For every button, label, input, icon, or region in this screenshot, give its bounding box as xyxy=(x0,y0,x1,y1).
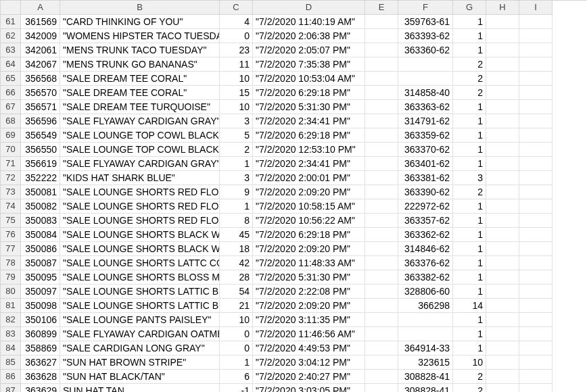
row-header-85[interactable]: 85 xyxy=(1,356,21,370)
cell-C66[interactable]: 15 xyxy=(220,86,253,100)
cell-G75[interactable]: 1 xyxy=(453,214,486,228)
cell-C84[interactable]: 0 xyxy=(220,341,253,356)
cell-A84[interactable]: 358869 xyxy=(21,341,60,356)
cell-E84[interactable] xyxy=(365,341,398,356)
cell-I66[interactable] xyxy=(519,86,553,100)
cell-E79[interactable] xyxy=(365,270,398,285)
cell-H77[interactable] xyxy=(486,242,519,256)
cell-A67[interactable]: 356571 xyxy=(21,100,60,114)
cell-B68[interactable]: "SALE FLYAWAY CARDIGAN GRAY" xyxy=(60,114,220,128)
cell-A86[interactable]: 363628 xyxy=(21,370,60,384)
col-header-D[interactable]: D xyxy=(253,1,365,15)
cell-F85[interactable]: 323615 xyxy=(398,356,453,370)
row-header-86[interactable]: 86 xyxy=(1,370,21,384)
cell-D70[interactable]: "7/2/2020 12:53:10 PM" xyxy=(253,143,365,157)
row-header-70[interactable]: 70 xyxy=(1,143,21,157)
cell-G61[interactable]: 1 xyxy=(453,15,486,29)
cell-G72[interactable]: 3 xyxy=(453,171,486,185)
cell-D63[interactable]: "7/2/2020 2:05:07 PM" xyxy=(253,43,365,57)
cell-F80[interactable]: 328806-60 xyxy=(398,285,453,299)
cell-I64[interactable] xyxy=(519,57,553,72)
cell-E63[interactable] xyxy=(365,43,398,57)
cell-I61[interactable] xyxy=(519,15,553,29)
cell-H75[interactable] xyxy=(486,214,519,228)
cell-H62[interactable] xyxy=(486,29,519,43)
cell-B78[interactable]: "SALE LOUNGE SHORTS LATTC CORAL" xyxy=(60,256,220,270)
cell-B82[interactable]: "SALE LOUNGE PANTS PAISLEY" xyxy=(60,313,220,327)
cell-D61[interactable]: "7/2/2020 11:40:19 AM" xyxy=(253,15,365,29)
cell-F67[interactable]: 363363-62 xyxy=(398,100,453,114)
cell-B76[interactable]: "SALE LOUNGE SHORTS BLACK WORDS" xyxy=(60,228,220,242)
cell-A70[interactable]: 356550 xyxy=(21,143,60,157)
cell-H72[interactable] xyxy=(486,171,519,185)
cell-B81[interactable]: "SALE LOUNGE SHORTS LATTIC BLUE" xyxy=(60,299,220,313)
cell-I68[interactable] xyxy=(519,114,553,128)
cell-F75[interactable]: 363357-62 xyxy=(398,214,453,228)
cell-D86[interactable]: "7/2/2020 2:40:27 PM" xyxy=(253,370,365,384)
cell-F82[interactable] xyxy=(398,313,453,327)
cell-F78[interactable]: 363376-62 xyxy=(398,256,453,270)
cell-F71[interactable]: 363401-62 xyxy=(398,157,453,171)
cell-F76[interactable]: 363362-62 xyxy=(398,228,453,242)
cell-I65[interactable] xyxy=(519,72,553,86)
cell-C81[interactable]: 21 xyxy=(220,299,253,313)
cell-F86[interactable]: 308828-41 xyxy=(398,370,453,384)
cell-I77[interactable] xyxy=(519,242,553,256)
cell-I87[interactable] xyxy=(519,384,553,392)
cell-H80[interactable] xyxy=(486,285,519,299)
cell-B73[interactable]: "SALE LOUNGE SHORTS RED FLORAL" xyxy=(60,185,220,199)
cell-E70[interactable] xyxy=(365,143,398,157)
cell-I75[interactable] xyxy=(519,214,553,228)
cell-G62[interactable]: 1 xyxy=(453,29,486,43)
cell-H83[interactable] xyxy=(486,327,519,341)
cell-D80[interactable]: "7/2/2020 2:22:08 PM" xyxy=(253,285,365,299)
col-header-B[interactable]: B xyxy=(60,1,220,15)
row-header-80[interactable]: 80 xyxy=(1,285,21,299)
row-header-77[interactable]: 77 xyxy=(1,242,21,256)
row-header-73[interactable]: 73 xyxy=(1,185,21,199)
cell-F63[interactable]: 363360-62 xyxy=(398,43,453,57)
row-header-64[interactable]: 64 xyxy=(1,57,21,72)
cell-B67[interactable]: "SALE DREAM TEE TURQUOISE" xyxy=(60,100,220,114)
cell-A77[interactable]: 350086 xyxy=(21,242,60,256)
row-header-78[interactable]: 78 xyxy=(1,256,21,270)
cell-E74[interactable] xyxy=(365,199,398,214)
cell-G87[interactable]: 2 xyxy=(453,384,486,392)
cell-C63[interactable]: 23 xyxy=(220,43,253,57)
cell-I73[interactable] xyxy=(519,185,553,199)
cell-A83[interactable]: 360899 xyxy=(21,327,60,341)
cell-E75[interactable] xyxy=(365,214,398,228)
cell-E67[interactable] xyxy=(365,100,398,114)
cell-I72[interactable] xyxy=(519,171,553,185)
cell-A79[interactable]: 350095 xyxy=(21,270,60,285)
cell-F81[interactable]: 366298 xyxy=(398,299,453,313)
cell-E86[interactable] xyxy=(365,370,398,384)
cell-D81[interactable]: "7/2/2020 2:09:20 PM" xyxy=(253,299,365,313)
row-header-74[interactable]: 74 xyxy=(1,199,21,214)
cell-C86[interactable]: 6 xyxy=(220,370,253,384)
cell-G83[interactable]: 1 xyxy=(453,327,486,341)
cell-I83[interactable] xyxy=(519,327,553,341)
cell-F83[interactable] xyxy=(398,327,453,341)
cell-C76[interactable]: 45 xyxy=(220,228,253,242)
cell-C70[interactable]: 2 xyxy=(220,143,253,157)
cell-I62[interactable] xyxy=(519,29,553,43)
cell-E61[interactable] xyxy=(365,15,398,29)
cell-E71[interactable] xyxy=(365,157,398,171)
cell-G74[interactable]: 1 xyxy=(453,199,486,214)
cell-H71[interactable] xyxy=(486,157,519,171)
cell-C71[interactable]: 1 xyxy=(220,157,253,171)
cell-E77[interactable] xyxy=(365,242,398,256)
col-header-I[interactable]: I xyxy=(519,1,553,15)
cell-A81[interactable]: 350098 xyxy=(21,299,60,313)
cell-F64[interactable] xyxy=(398,57,453,72)
cell-I70[interactable] xyxy=(519,143,553,157)
cell-H66[interactable] xyxy=(486,86,519,100)
cell-C80[interactable]: 54 xyxy=(220,285,253,299)
cell-D78[interactable]: "7/2/2020 11:48:33 AM" xyxy=(253,256,365,270)
cell-I79[interactable] xyxy=(519,270,553,285)
cell-D85[interactable]: "7/2/2020 3:04:12 PM" xyxy=(253,356,365,370)
cell-D65[interactable]: "7/2/2020 10:53:04 AM" xyxy=(253,72,365,86)
cell-C72[interactable]: 3 xyxy=(220,171,253,185)
cell-E65[interactable] xyxy=(365,72,398,86)
